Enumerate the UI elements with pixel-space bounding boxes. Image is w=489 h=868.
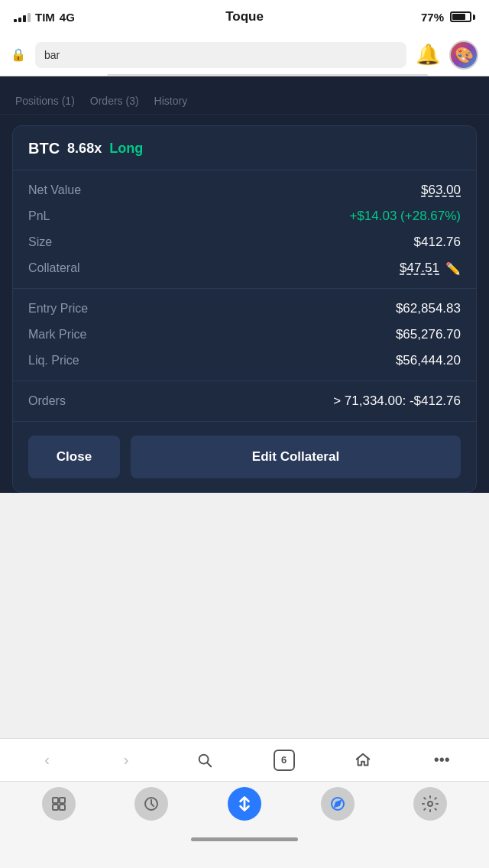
search-icon <box>196 752 213 769</box>
tab-count: 6 <box>274 750 295 771</box>
tabs-bar: Positions (1) Orders (3) History <box>0 87 489 115</box>
pnl-label: PnL <box>28 209 50 223</box>
files-icon-button[interactable] <box>42 787 76 821</box>
mark-price-label: Mark Price <box>28 328 86 342</box>
url-text: bar <box>44 49 60 61</box>
status-bar: TIM 4G Toque 77% <box>0 0 489 34</box>
pnl-value: +$14.03 (+28.67%) <box>349 209 461 224</box>
back-button[interactable]: ‹ <box>31 743 64 777</box>
entry-price-value: $62,854.83 <box>396 301 461 316</box>
position-card: BTC 8.68x Long Net Value $63.00 PnL +$14… <box>12 125 477 493</box>
svg-line-1 <box>208 763 212 766</box>
tabs-button[interactable]: 6 <box>267 743 301 777</box>
collateral-row: Collateral $47.51 ✏️ <box>28 261 461 276</box>
liq-price-value: $56,444.20 <box>396 353 461 368</box>
bottom-bar <box>0 781 489 868</box>
settings-icon-button[interactable] <box>413 787 447 821</box>
svg-rect-3 <box>60 798 65 803</box>
section-prices: Entry Price $62,854.83 Mark Price $65,27… <box>13 289 476 381</box>
avatar[interactable]: 🎨 <box>449 40 478 70</box>
svg-point-10 <box>428 802 432 806</box>
browser-toolbar: ‹ › 6 ••• <box>0 738 489 781</box>
leverage-label: 8.68x <box>67 141 102 157</box>
size-row: Size $412.76 <box>28 235 461 250</box>
net-value-label: Net Value <box>28 183 81 197</box>
section-financials: Net Value $63.00 PnL +$14.03 (+28.67%) S… <box>13 170 476 289</box>
tab-history[interactable]: History <box>154 95 188 107</box>
loading-progress-bar <box>107 74 428 76</box>
collateral-value: $47.51 <box>400 261 439 276</box>
svg-rect-5 <box>60 805 65 810</box>
svg-marker-9 <box>335 801 341 807</box>
card-header: BTC 8.68x Long <box>13 126 476 170</box>
forward-button[interactable]: › <box>109 743 143 777</box>
home-button[interactable] <box>346 743 380 777</box>
home-indicator <box>0 826 489 852</box>
tab-orders[interactable]: Orders (3) <box>90 95 139 107</box>
svg-rect-4 <box>53 805 58 810</box>
battery-icon <box>450 11 475 22</box>
history-icon-button[interactable] <box>134 787 168 821</box>
orders-label: Orders <box>28 394 66 408</box>
main-content: Positions (1) Orders (3) History BTC 8.6… <box>0 76 489 493</box>
status-right: 77% <box>421 11 475 24</box>
close-button[interactable]: Close <box>28 436 120 478</box>
home-icon <box>355 752 371 769</box>
url-bar[interactable]: bar <box>35 42 406 68</box>
edit-collateral-inline-icon[interactable]: ✏️ <box>445 261 461 276</box>
battery-percent: 77% <box>421 11 444 24</box>
pnl-row: PnL +$14.03 (+28.67%) <box>28 209 461 224</box>
browser-bar: 🔒 bar 🔔 🎨 <box>0 34 489 76</box>
net-value: $63.00 <box>421 183 461 198</box>
orders-value: > 71,334.00: -$412.76 <box>333 394 461 409</box>
net-value-row: Net Value $63.00 <box>28 183 461 198</box>
section-orders: Orders > 71,334.00: -$412.76 <box>13 381 476 422</box>
mark-price-value: $65,276.70 <box>396 327 461 342</box>
app-icons-row <box>0 782 489 826</box>
svg-rect-2 <box>53 798 58 803</box>
lock-icon: 🔒 <box>11 47 26 62</box>
size-label: Size <box>28 235 52 249</box>
network-type: 4G <box>60 11 75 24</box>
collateral-label: Collateral <box>28 261 80 275</box>
action-buttons: Close Edit Collateral <box>13 422 476 492</box>
tab-positions[interactable]: Positions (1) <box>15 95 75 107</box>
orders-row: Orders > 71,334.00: -$412.76 <box>28 394 461 409</box>
signal-bars <box>14 11 31 22</box>
direction-label: Long <box>109 141 143 157</box>
size-value: $412.76 <box>414 235 461 250</box>
liq-price-row: Liq. Price $56,444.20 <box>28 353 461 368</box>
entry-price-label: Entry Price <box>28 302 88 316</box>
swap-icon-button[interactable] <box>228 787 261 821</box>
compass-icon-button[interactable] <box>321 787 355 821</box>
collateral-value-group: $47.51 ✏️ <box>400 261 461 276</box>
search-button[interactable] <box>188 743 222 777</box>
more-button[interactable]: ••• <box>425 743 458 777</box>
notification-bell-icon[interactable]: 🔔 <box>416 43 440 66</box>
page-title: Toque <box>225 9 264 24</box>
status-left: TIM 4G <box>14 11 75 24</box>
entry-price-row: Entry Price $62,854.83 <box>28 301 461 316</box>
home-bar <box>191 837 298 841</box>
carrier-label: TIM <box>35 11 55 24</box>
mark-price-row: Mark Price $65,276.70 <box>28 327 461 342</box>
liq-price-label: Liq. Price <box>28 354 79 368</box>
edit-collateral-button[interactable]: Edit Collateral <box>131 436 461 478</box>
asset-name: BTC <box>28 140 60 157</box>
